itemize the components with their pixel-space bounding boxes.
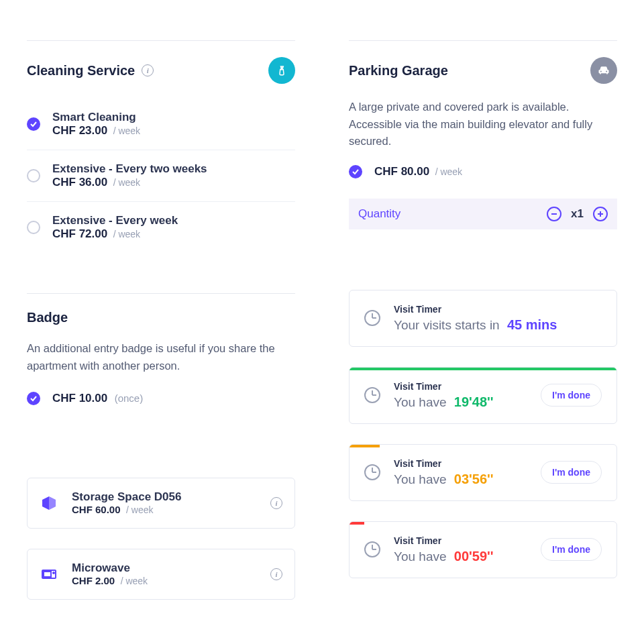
progress-bar <box>350 522 364 525</box>
card-title: Storage Space D056 <box>72 490 257 504</box>
option-period: / week <box>113 229 140 239</box>
timer-prefix: You have <box>394 472 447 486</box>
option-title: Extensive - Every two weeks <box>52 162 207 176</box>
card-title: Microwave <box>72 561 257 575</box>
info-icon[interactable]: i <box>142 64 154 76</box>
card-period: / week <box>126 504 153 515</box>
option-period: / week <box>113 177 140 188</box>
storage-card[interactable]: Storage Space D056 CHF 60.00 / week i <box>27 478 295 529</box>
box-icon <box>40 494 58 513</box>
parking-title: Parking Garage <box>349 63 448 78</box>
microwave-card[interactable]: Microwave CHF 2.00 / week i <box>27 549 295 600</box>
cleaning-option[interactable]: Extensive - Every two weeks CHF 36.00 / … <box>27 150 295 201</box>
option-price: CHF 72.00 <box>52 227 107 240</box>
radio-checked-icon <box>27 392 40 405</box>
radio-unchecked-icon <box>27 221 40 234</box>
progress-bar <box>350 445 380 447</box>
card-period: / week <box>121 576 148 586</box>
visit-timer-card: Visit Timer You have 00'59'' I'm done <box>349 521 617 578</box>
option-price: CHF 36.00 <box>52 176 107 189</box>
clock-icon <box>364 464 380 480</box>
option-title: Smart Cleaning <box>52 111 140 124</box>
badge-section: Badge An additional entry badge is usefu… <box>27 293 295 417</box>
clock-icon <box>364 310 380 326</box>
cleaning-service-section: Cleaning Service i Smart Cleaning <box>27 40 295 253</box>
timer-value: 03'56'' <box>454 472 494 486</box>
quantity-stepper: Quantity x1 <box>349 199 617 229</box>
visit-timer-card: Visit Timer You have 03'56'' I'm done <box>349 444 617 501</box>
radio-checked-icon <box>27 117 40 131</box>
done-button[interactable]: I'm done <box>541 461 602 484</box>
svg-point-2 <box>53 572 54 574</box>
timer-label: Visit Timer <box>394 535 527 546</box>
timer-value: 45 mins <box>507 317 557 332</box>
parking-desc: A large private and covered park is avai… <box>349 99 617 150</box>
timer-prefix: You have <box>394 549 447 564</box>
timer-value: 00'59'' <box>454 549 494 564</box>
timer-label: Visit Timer <box>394 304 602 315</box>
radio-unchecked-icon <box>27 169 40 182</box>
microwave-icon <box>40 565 58 584</box>
card-price: CHF 60.00 <box>72 504 121 515</box>
timer-label: Visit Timer <box>394 381 527 392</box>
parking-option[interactable]: CHF 80.00 / week <box>349 165 617 191</box>
option-price: CHF 23.00 <box>52 124 107 137</box>
timer-label: Visit Timer <box>394 458 527 469</box>
info-icon[interactable]: i <box>270 497 282 509</box>
visit-timer-card: Visit Timer You have 19'48'' I'm done <box>349 367 617 424</box>
timer-value: 19'48'' <box>454 394 494 409</box>
timer-prefix: You have <box>394 395 447 409</box>
quantity-value: x1 <box>571 207 584 221</box>
card-price: CHF 2.00 <box>72 575 115 586</box>
badge-option[interactable]: CHF 10.00 (once) <box>27 389 295 417</box>
info-icon[interactable]: i <box>270 568 282 580</box>
clock-icon <box>364 387 380 403</box>
parking-price: CHF 80.00 <box>374 165 429 178</box>
done-button[interactable]: I'm done <box>541 384 602 407</box>
minus-button[interactable] <box>547 207 561 221</box>
visit-timer-card: Visit Timer Your visits starts in 45 min… <box>349 290 617 347</box>
cleaning-option[interactable]: Smart Cleaning CHF 23.00 / week <box>27 99 295 150</box>
cleaning-option[interactable]: Extensive - Every week CHF 72.00 / week <box>27 201 295 253</box>
radio-checked-icon <box>349 165 362 178</box>
parking-period: / week <box>435 166 462 177</box>
timer-prefix: Your visits starts in <box>394 318 500 332</box>
quantity-label: Quantity <box>358 207 400 221</box>
badge-title: Badge <box>27 310 68 325</box>
plus-button[interactable] <box>593 207 608 221</box>
progress-bar <box>350 368 616 370</box>
option-period: / week <box>113 125 140 136</box>
car-icon <box>590 57 617 84</box>
svg-rect-1 <box>44 572 51 577</box>
spray-icon <box>268 57 295 84</box>
done-button[interactable]: I'm done <box>541 538 602 561</box>
badge-price: CHF 10.00 <box>52 392 107 405</box>
cleaning-title: Cleaning Service <box>27 63 135 78</box>
badge-desc: An additional entry badge is useful if y… <box>27 340 295 374</box>
badge-note: (once) <box>115 392 144 404</box>
clock-icon <box>364 541 380 557</box>
option-title: Extensive - Every week <box>52 214 178 227</box>
parking-section: Parking Garage A large private and cover… <box>349 40 617 229</box>
